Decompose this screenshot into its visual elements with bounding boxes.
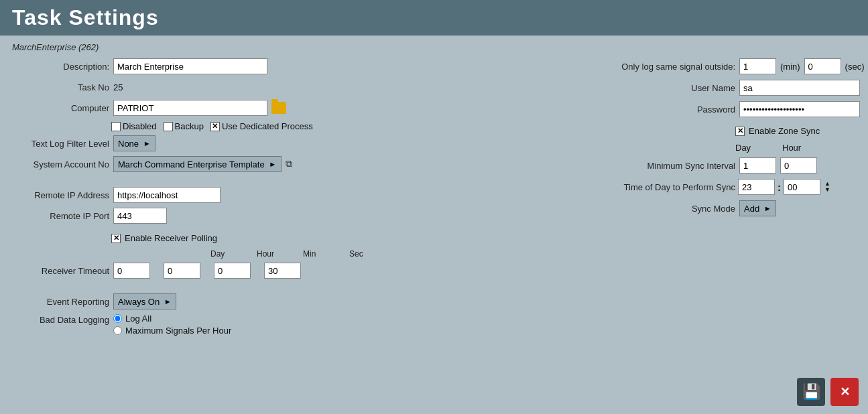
computer-input[interactable] [113, 100, 267, 116]
cancel-button[interactable]: ✕ [830, 378, 859, 406]
event-reporting-arrow-icon: ► [164, 297, 172, 305]
backup-checkbox[interactable] [164, 122, 173, 131]
use-dedicated-checkbox[interactable]: ✕ [210, 122, 220, 131]
time-min-input[interactable] [784, 179, 820, 195]
remote-port-input[interactable] [113, 208, 167, 224]
receiver-timeout-label: Receiver Timeout [12, 266, 109, 276]
sync-mode-arrow-icon: ► [763, 204, 771, 212]
save-icon: 💾 [802, 383, 820, 401]
sync-mode-dropdown[interactable]: Add ► [739, 200, 776, 216]
remote-ip-label: Remote IP Address [12, 190, 109, 200]
disabled-label: Disabled [123, 121, 157, 131]
hour-col-label: Hour [257, 249, 294, 259]
text-log-label: Text Log Filter Level [12, 139, 109, 149]
password-input[interactable] [739, 101, 860, 117]
rt-min-input[interactable] [214, 263, 251, 279]
system-account-label: System Account No [12, 159, 109, 169]
min-sync-hour-input[interactable] [780, 157, 817, 174]
min-sync-day-input[interactable] [739, 157, 776, 174]
enable-polling-label: Enable Receiver Polling [125, 233, 217, 243]
backup-label: Backup [175, 121, 204, 131]
time-of-day-label: Time of Day to Perform Sync [588, 182, 735, 192]
system-account-value: March Command Enterprise Template [118, 159, 265, 169]
save-button[interactable]: 💾 [797, 378, 825, 406]
day-col-header: Day [735, 143, 782, 153]
time-spinner[interactable]: ▲ ▼ [824, 181, 830, 193]
enable-polling-checkbox[interactable]: ✕ [111, 234, 121, 243]
text-log-arrow-icon: ► [143, 139, 151, 147]
min-unit-label: (min) [780, 62, 800, 72]
day-col-label: Day [210, 249, 247, 259]
bad-data-label: Bad Data Logging [12, 314, 109, 325]
log-all-radio[interactable] [113, 314, 122, 323]
remote-ip-input[interactable] [113, 187, 221, 203]
max-signals-label: Maximum Signals Per Hour [125, 326, 231, 336]
only-log-sec-input[interactable] [804, 58, 841, 74]
taskno-value: 25 [113, 82, 123, 92]
computer-label: Computer [12, 103, 109, 113]
time-colon: : [778, 182, 781, 193]
cancel-icon: ✕ [840, 385, 850, 399]
rt-day-input[interactable] [113, 263, 150, 279]
rt-sec-input[interactable] [264, 263, 301, 279]
bottom-buttons: 💾 ✕ [797, 378, 859, 406]
event-reporting-label: Event Reporting [12, 297, 109, 307]
min-col-label: Min [303, 249, 340, 259]
folder-icon[interactable] [271, 102, 286, 114]
sync-mode-value: Add [744, 204, 759, 214]
event-reporting-dropdown[interactable]: Always On ► [113, 293, 176, 309]
enable-zone-label: Enable Zone Sync [749, 126, 820, 136]
only-log-min-input[interactable] [739, 58, 776, 74]
description-input[interactable] [113, 58, 267, 74]
hour-col-header: Hour [782, 143, 829, 153]
enable-zone-checkbox[interactable]: ✕ [735, 127, 745, 136]
remote-port-label: Remote IP Port [12, 211, 109, 221]
system-account-arrow-icon: ► [269, 160, 277, 168]
use-dedicated-label: Use Dedicated Process [222, 121, 313, 131]
taskno-label: Task No [12, 82, 109, 92]
username-label: User Name [588, 83, 735, 93]
username-input[interactable] [739, 80, 860, 96]
time-hour-input[interactable] [738, 179, 775, 195]
only-log-label: Only log same signal outside: [588, 62, 735, 72]
log-all-label: Log All [125, 314, 151, 324]
text-log-value: None [118, 139, 139, 149]
sec-unit-label: (sec) [845, 62, 865, 72]
description-label: Description: [12, 62, 109, 72]
system-account-dropdown[interactable]: March Command Enterprise Template ► [113, 156, 282, 172]
event-reporting-value: Always On [118, 297, 160, 307]
rt-hour-input[interactable] [164, 263, 200, 279]
open-link-icon[interactable]: ⧉ [286, 158, 298, 170]
max-signals-radio[interactable] [113, 326, 122, 335]
page-title: Task Settings [12, 5, 159, 29]
spinner-down-icon[interactable]: ▼ [824, 187, 830, 193]
disabled-checkbox[interactable] [111, 122, 121, 131]
subtitle: MarchEnterprise (262) [12, 42, 856, 52]
min-sync-label: Minimum Sync Interval [588, 161, 735, 171]
sec-col-label: Sec [349, 249, 386, 259]
password-label: Password [588, 105, 735, 115]
page-title-bar: Task Settings [0, 0, 868, 36]
text-log-dropdown[interactable]: None ► [113, 135, 156, 151]
sync-mode-label: Sync Mode [588, 204, 735, 214]
